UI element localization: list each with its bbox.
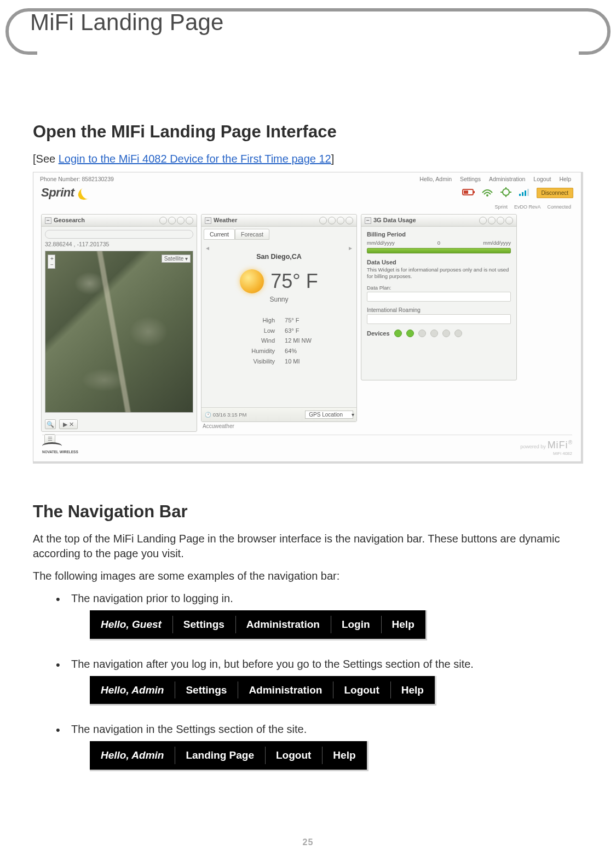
greeting-text: Hello, Admin xyxy=(419,176,452,182)
device-dot-icon xyxy=(430,330,438,337)
weather-time: 03/16 3:15 PM xyxy=(213,412,247,418)
nav-help[interactable]: Help xyxy=(322,741,366,770)
nav-administration[interactable]: Administration xyxy=(238,676,333,704)
coordinates: 32.886244 , -117.201735 xyxy=(45,241,193,247)
collapse-icon[interactable]: − xyxy=(365,217,371,224)
screenshot-landing-page: Phone Number: 8582130239 Hello, Admin Se… xyxy=(33,172,583,464)
widget-data-usage: −3G Data Usage Billing Period mm/dd/yyyy… xyxy=(361,214,517,380)
nav-examples-intro: The following images are some examples o… xyxy=(33,569,583,584)
wifi-icon xyxy=(481,187,494,197)
device-dot-icon xyxy=(406,330,414,337)
geosearch-input[interactable] xyxy=(45,230,193,239)
tab-current[interactable]: Current xyxy=(204,229,235,240)
weather-condition: Sunny xyxy=(202,296,356,303)
gps-icon xyxy=(499,187,513,197)
device-dot-icon xyxy=(394,330,402,337)
map-view[interactable]: +− Satellite ▾ xyxy=(45,251,193,413)
tab-forecast[interactable]: Forecast xyxy=(235,229,269,240)
menu-administration[interactable]: Administration xyxy=(489,176,526,182)
widget-geosearch: −Geosearch 32.886244 , -117.201735 +− Sa… xyxy=(41,214,197,432)
next-arrow-icon[interactable]: ▸ xyxy=(349,244,352,252)
collapse-icon[interactable]: − xyxy=(205,217,211,224)
menu-logout[interactable]: Logout xyxy=(533,176,551,182)
billing-period-label: Billing Period xyxy=(367,231,406,238)
nav-landing-page[interactable]: Landing Page xyxy=(175,741,265,770)
widget-controls[interactable] xyxy=(479,217,513,224)
devices-label: Devices xyxy=(367,330,390,337)
see-reference: [See Login to the MiFi 4082 Device for t… xyxy=(33,152,583,166)
sun-icon xyxy=(240,269,264,293)
weather-stats: High75° F Low63° F Wind12 MI NW Humidity… xyxy=(246,315,312,366)
data-used-label: Data Used xyxy=(367,259,396,265)
device-dot-icon xyxy=(418,330,426,337)
location-selector[interactable]: GPS Location ▾ xyxy=(305,411,353,419)
bullet-nav-settings: The navigation in the Settings section o… xyxy=(56,722,583,781)
svg-rect-12 xyxy=(527,189,529,196)
temperature: 75° F xyxy=(270,270,318,293)
nav-settings[interactable]: Settings xyxy=(172,610,235,639)
navbar-guest: Hello, Guest Settings Administration Log… xyxy=(90,610,427,640)
nav-settings[interactable]: Settings xyxy=(175,676,238,704)
phone-label: Phone Number: xyxy=(40,176,80,182)
map-type-selector[interactable]: Satellite ▾ xyxy=(162,255,191,263)
roaming-label: International Roaming xyxy=(367,307,511,313)
svg-rect-2 xyxy=(474,191,475,193)
nav-greeting: Hello, Admin xyxy=(90,676,175,704)
sprint-logo: Sprint xyxy=(41,186,89,200)
novatel-logo: NOVATEL WIRELESS xyxy=(42,442,78,454)
sprint-swoosh-icon xyxy=(76,187,89,199)
mifi-logo: MiFi xyxy=(548,440,568,450)
collapse-icon[interactable]: − xyxy=(45,217,51,224)
usage-bar xyxy=(367,248,511,253)
signal-icon xyxy=(518,187,531,197)
phone-number: 8582130239 xyxy=(82,176,113,182)
map-zoom-control[interactable]: +− xyxy=(48,255,55,269)
page-number: 25 xyxy=(303,837,314,847)
svg-rect-1 xyxy=(464,190,468,194)
nav-login[interactable]: Login xyxy=(331,610,381,639)
svg-point-3 xyxy=(486,194,488,197)
heading-navigation-bar: The Navigation Bar xyxy=(33,502,583,522)
navbar-settings: Hello, Admin Landing Page Logout Help xyxy=(90,741,369,771)
geo-play-control[interactable]: ▶ ✕ xyxy=(59,419,78,429)
usage-disclaimer: This Widget is for informational purpose… xyxy=(367,267,511,280)
device-dot-icon xyxy=(454,330,462,337)
page-title: MiFi Landing Page xyxy=(30,9,224,36)
widget-weather: −Weather Current Forecast ◂▸ San Diego,C… xyxy=(201,214,357,422)
disconnect-button[interactable]: Disconnect xyxy=(537,188,573,198)
geo-search-icon[interactable]: 🔍 xyxy=(45,419,56,429)
bullet-nav-guest: The navigation prior to logging in. Hell… xyxy=(56,591,583,650)
widget-controls[interactable] xyxy=(159,217,193,224)
svg-rect-10 xyxy=(522,192,523,196)
link-first-time-login[interactable]: Login to the MiFi 4082 Device for the Fi… xyxy=(59,153,331,165)
nav-greeting: Hello, Admin xyxy=(90,741,175,770)
nav-logout[interactable]: Logout xyxy=(265,741,322,770)
bullet-nav-admin: The navigation after you log in, but bef… xyxy=(56,657,583,716)
svg-rect-11 xyxy=(525,190,526,196)
weather-city: San Diego,CA xyxy=(202,253,356,261)
menu-settings[interactable]: Settings xyxy=(460,176,481,182)
prev-arrow-icon[interactable]: ◂ xyxy=(206,244,209,252)
battery-icon xyxy=(462,187,475,197)
device-dot-icon xyxy=(442,330,450,337)
nav-intro: At the top of the MiFi Landing Page in t… xyxy=(33,532,583,561)
nav-greeting: Hello, Guest xyxy=(90,610,172,639)
navbar-admin: Hello, Admin Settings Administration Log… xyxy=(90,676,436,706)
nav-help[interactable]: Help xyxy=(390,676,435,704)
top-menu: Hello, Admin Settings Administration Log… xyxy=(416,176,574,182)
heading-open-interface: Open the MIFi Landing Page Interface xyxy=(33,122,583,142)
nav-administration[interactable]: Administration xyxy=(235,610,331,639)
svg-rect-9 xyxy=(519,194,521,196)
svg-point-4 xyxy=(503,189,509,195)
status-bar: Disconnect xyxy=(462,187,573,198)
nav-logout[interactable]: Logout xyxy=(333,676,390,704)
menu-help[interactable]: Help xyxy=(559,176,571,182)
widget-controls[interactable] xyxy=(319,217,353,224)
weather-provider: Accuweather xyxy=(203,423,234,429)
roaming-field[interactable] xyxy=(367,314,511,324)
nav-help[interactable]: Help xyxy=(381,610,425,639)
data-plan-field[interactable] xyxy=(367,292,511,302)
